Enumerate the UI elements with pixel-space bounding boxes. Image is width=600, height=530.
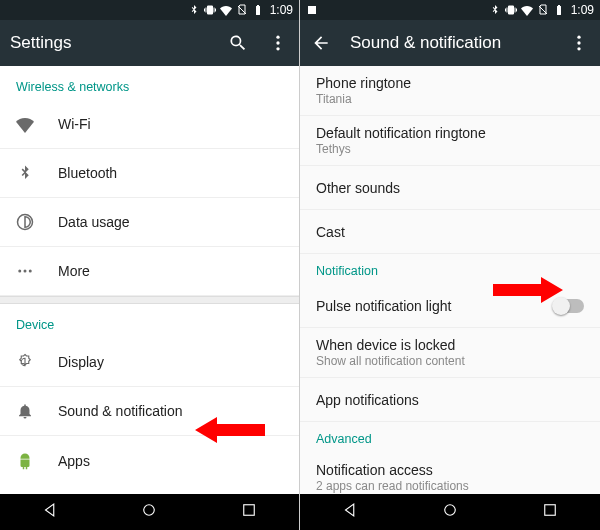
wifi-icon [521, 4, 533, 16]
nav-bar [0, 494, 299, 530]
row-bluetooth[interactable]: Bluetooth [0, 149, 299, 198]
bluetooth-icon [489, 4, 501, 16]
section-notification: Notification [300, 254, 600, 284]
svg-point-9 [577, 36, 580, 39]
bluetooth-icon [16, 164, 58, 182]
label: Other sounds [316, 180, 584, 196]
svg-rect-13 [545, 505, 556, 516]
divider [0, 296, 299, 304]
recents-button[interactable] [541, 501, 559, 523]
row-wifi[interactable]: Wi-Fi [0, 100, 299, 149]
label: Apps [58, 453, 283, 469]
sound-notification-screen: 1:09 Sound & notification Phone ringtone… [300, 0, 600, 530]
svg-point-6 [144, 505, 155, 516]
search-icon[interactable] [227, 32, 249, 54]
clock: 1:09 [270, 3, 293, 17]
battery-icon [553, 4, 565, 16]
row-when-locked[interactable]: When device is lockedShow all notificati… [300, 328, 600, 378]
value: 2 apps can read notifications [316, 479, 584, 493]
row-display[interactable]: Display [0, 338, 299, 387]
app-bar: Sound & notification [300, 20, 600, 66]
svg-rect-7 [244, 505, 255, 516]
more-icon [16, 262, 58, 280]
display-icon [16, 353, 58, 371]
svg-point-11 [577, 47, 580, 50]
bell-icon [16, 402, 58, 420]
battery-icon [252, 4, 264, 16]
label: Pulse notification light [316, 298, 554, 314]
image-icon [306, 4, 318, 16]
label: Wi-Fi [58, 116, 283, 132]
overflow-icon[interactable] [568, 32, 590, 54]
back-button[interactable] [341, 501, 359, 523]
row-phone-ringtone[interactable]: Phone ringtoneTitania [300, 66, 600, 116]
label: Phone ringtone [316, 75, 584, 91]
row-more[interactable]: More [0, 247, 299, 296]
row-apps[interactable]: Apps [0, 436, 299, 485]
label: Cast [316, 224, 584, 240]
section-advanced: Advanced [300, 422, 600, 452]
nav-bar [300, 494, 600, 530]
status-bar: 1:09 [300, 0, 600, 20]
label: Data usage [58, 214, 283, 230]
row-other-sounds[interactable]: Other sounds [300, 166, 600, 210]
label: Bluetooth [58, 165, 283, 181]
value: Titania [316, 92, 584, 106]
value: Tethys [316, 142, 584, 156]
page-title: Sound & notification [350, 33, 568, 53]
row-data-usage[interactable]: Data usage [0, 198, 299, 247]
vibrate-icon [204, 4, 216, 16]
home-button[interactable] [441, 501, 459, 523]
section-device: Device [0, 304, 299, 338]
overflow-icon[interactable] [267, 32, 289, 54]
page-title: Settings [10, 33, 227, 53]
settings-list: Wireless & networks Wi-Fi Bluetooth Data… [0, 66, 299, 494]
clock: 1:09 [571, 3, 594, 17]
bluetooth-icon [188, 4, 200, 16]
back-icon[interactable] [310, 32, 332, 54]
vibrate-icon [505, 4, 517, 16]
settings-screen: 1:09 Settings Wireless & networks Wi-Fi … [0, 0, 300, 530]
section-wireless: Wireless & networks [0, 66, 299, 100]
row-app-notifications[interactable]: App notifications [300, 378, 600, 422]
svg-point-2 [276, 47, 279, 50]
row-notification-access[interactable]: Notification access2 apps can read notif… [300, 452, 600, 494]
row-pulse-notification-light[interactable]: Pulse notification light [300, 284, 600, 328]
label: App notifications [316, 392, 584, 408]
label: When device is locked [316, 337, 584, 353]
pulse-toggle[interactable] [554, 299, 584, 313]
recents-button[interactable] [240, 501, 258, 523]
back-button[interactable] [41, 501, 59, 523]
wifi-icon [16, 115, 58, 133]
label: Display [58, 354, 283, 370]
row-sound-notification[interactable]: Sound & notification [0, 387, 299, 436]
no-sim-icon [537, 4, 549, 16]
svg-point-1 [276, 41, 279, 44]
app-bar: Settings [0, 20, 299, 66]
android-icon [16, 452, 58, 470]
value: Show all notification content [316, 354, 584, 368]
svg-point-3 [18, 270, 21, 273]
svg-point-10 [577, 41, 580, 44]
svg-point-4 [24, 270, 27, 273]
row-default-notification-ringtone[interactable]: Default notification ringtoneTethys [300, 116, 600, 166]
status-bar: 1:09 [0, 0, 299, 20]
wifi-icon [220, 4, 232, 16]
home-button[interactable] [140, 501, 158, 523]
data-usage-icon [16, 213, 58, 231]
label: More [58, 263, 283, 279]
no-sim-icon [236, 4, 248, 16]
label: Notification access [316, 462, 584, 478]
svg-point-12 [445, 505, 456, 516]
sound-list: Phone ringtoneTitania Default notificati… [300, 66, 600, 494]
svg-point-5 [29, 270, 32, 273]
label: Default notification ringtone [316, 125, 584, 141]
row-cast[interactable]: Cast [300, 210, 600, 254]
label: Sound & notification [58, 403, 283, 419]
svg-point-0 [276, 36, 279, 39]
